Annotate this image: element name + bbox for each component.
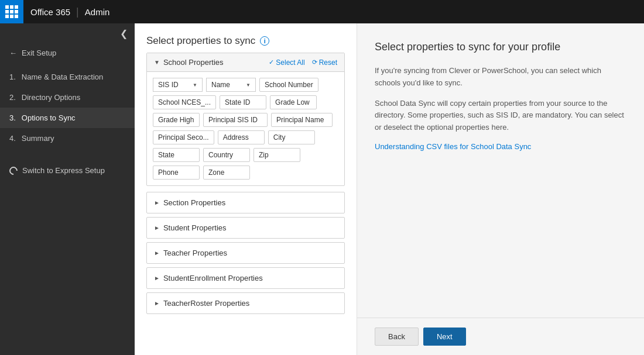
prop-principal-sis-id[interactable]: Principal SIS ID <box>203 113 268 127</box>
prop-city-label: City <box>273 133 286 142</box>
right-paragraph-1: If you're syncing from Clever or PowerSc… <box>375 65 626 89</box>
waffle-button[interactable] <box>0 0 23 23</box>
sidebar-item-summary[interactable]: 4. Summary <box>0 128 135 149</box>
prop-country[interactable]: Country <box>203 148 250 162</box>
cycle-icon: ⟳ <box>312 58 317 66</box>
teacher-properties-header[interactable]: ► Teacher Properties <box>147 243 344 263</box>
left-panel: Select properties to sync i ▼ School Pro… <box>135 23 357 355</box>
waffle-grid-icon <box>5 5 18 18</box>
chevron-right-icon-2: ► <box>154 225 160 231</box>
checkmark-icon: ✓ <box>269 58 274 66</box>
prop-school-nces[interactable]: School NCES_... <box>153 95 216 109</box>
sidebar-item-label-3: Options to Sync <box>22 113 76 122</box>
prop-phone-label: Phone <box>158 168 179 177</box>
prop-state-id-label: State ID <box>225 98 250 106</box>
prop-zip[interactable]: Zip <box>254 148 300 162</box>
right-panel: Select properties to sync for your profi… <box>357 23 644 355</box>
back-arrow-icon: ← <box>9 49 17 57</box>
section-header-left: ▼ School Properties <box>154 58 224 67</box>
prop-address[interactable]: Address <box>218 130 265 144</box>
prop-principal-name-label: Principal Name <box>276 116 324 124</box>
school-properties-header[interactable]: ▼ School Properties ✓ Select All ⟳ Reset <box>147 53 344 72</box>
right-panel-title: Select properties to sync for your profi… <box>375 41 626 53</box>
prop-school-number[interactable]: School Number <box>259 78 318 92</box>
reset-label: Reset <box>319 58 337 67</box>
back-button[interactable]: Back <box>375 328 419 346</box>
sidebar-toggle-area: ❮ <box>0 23 135 44</box>
right-footer: Back Next <box>357 318 644 355</box>
student-enrollment-properties-label: StudentEnrollment Properties <box>163 274 263 282</box>
dropdown-arrow-icon: ▼ <box>193 82 197 88</box>
chevron-right-icon-4: ► <box>154 275 160 281</box>
select-all-button[interactable]: ✓ Select All <box>269 58 304 67</box>
prop-state-label: State <box>158 151 174 159</box>
teacher-roster-properties-header[interactable]: ► TeacherRoster Properties <box>147 293 344 313</box>
teacher-roster-properties-section: ► TeacherRoster Properties <box>146 292 345 314</box>
teacher-properties-label: Teacher Properties <box>163 249 227 257</box>
prop-grade-high[interactable]: Grade High <box>153 113 200 127</box>
sidebar-item-label-2: Directory Options <box>22 93 80 102</box>
prop-principal-seco[interactable]: Principal Seco... <box>153 130 214 144</box>
prop-state[interactable]: State <box>153 148 200 162</box>
info-icon[interactable]: i <box>260 36 269 46</box>
next-button[interactable]: Next <box>423 328 466 346</box>
prop-grade-low-label: Grade Low <box>275 98 310 106</box>
reset-button[interactable]: ⟳ Reset <box>312 58 337 67</box>
item-num-2: 2. <box>9 93 16 102</box>
switch-to-express-label: Switch to Express Setup <box>22 166 105 175</box>
school-properties-section: ▼ School Properties ✓ Select All ⟳ Reset <box>146 53 345 186</box>
topbar-section: Admin <box>85 7 110 17</box>
teacher-roster-properties-label: TeacherRoster Properties <box>163 299 249 308</box>
student-properties-label: Student Properties <box>163 223 227 232</box>
prop-name-label: Name <box>211 81 230 89</box>
sidebar-nav: 1. Name & Data Extraction 2. Directory O… <box>0 67 135 149</box>
prop-grade-high-label: Grade High <box>158 116 194 124</box>
prop-phone[interactable]: Phone <box>153 166 200 180</box>
topbar-divider: | <box>76 6 79 18</box>
chevron-right-icon-5: ► <box>154 300 160 306</box>
select-all-label: Select All <box>276 58 304 67</box>
prop-principal-seco-label: Principal Seco... <box>158 133 209 142</box>
switch-to-express-button[interactable]: Switch to Express Setup <box>0 160 135 181</box>
student-properties-header[interactable]: ► Student Properties <box>147 218 344 238</box>
student-properties-section: ► Student Properties <box>146 217 345 239</box>
item-num-4: 4. <box>9 134 16 143</box>
csv-files-link[interactable]: Understanding CSV files for School Data … <box>375 142 531 151</box>
panel-title: Select properties to sync <box>146 35 255 47</box>
prop-grade-low[interactable]: Grade Low <box>270 95 317 109</box>
sidebar-item-directory-options[interactable]: 2. Directory Options <box>0 87 135 108</box>
student-enrollment-properties-section: ► StudentEnrollment Properties <box>146 267 345 289</box>
content-area: Select properties to sync i ▼ School Pro… <box>135 23 644 355</box>
sidebar-collapse-button[interactable]: ❮ <box>120 28 128 39</box>
teacher-properties-section: ► Teacher Properties <box>146 242 345 264</box>
properties-grid: SIS ID ▼ Name ▼ School Number School NCE… <box>147 72 344 185</box>
prop-school-nces-label: School NCES_... <box>158 98 211 106</box>
school-properties-label: School Properties <box>163 58 224 67</box>
prop-zip-label: Zip <box>259 151 269 159</box>
prop-sis-id-label: SIS ID <box>158 81 179 89</box>
exit-setup-button[interactable]: ← Exit Setup <box>0 44 135 67</box>
prop-school-number-label: School Number <box>265 81 313 89</box>
sidebar-item-options-to-sync[interactable]: 3. Options to Sync <box>0 108 135 128</box>
sidebar-item-label-1: Name & Data Extraction <box>22 73 103 81</box>
chevron-right-icon-1: ► <box>154 199 160 206</box>
prop-zone[interactable]: Zone <box>203 166 250 180</box>
prop-state-id[interactable]: State ID <box>220 95 266 109</box>
exit-setup-label: Exit Setup <box>22 49 56 57</box>
prop-address-label: Address <box>223 133 249 142</box>
section-properties-header[interactable]: ► Section Properties <box>147 192 344 213</box>
section-properties-section: ► Section Properties <box>146 192 345 213</box>
sidebar-item-name-data-extraction[interactable]: 1. Name & Data Extraction <box>0 67 135 87</box>
right-content: Select properties to sync for your profi… <box>357 23 644 318</box>
prop-name[interactable]: Name ▼ <box>206 78 256 92</box>
main-layout: ❮ ← Exit Setup 1. Name & Data Extraction… <box>0 23 644 355</box>
student-enrollment-properties-header[interactable]: ► StudentEnrollment Properties <box>147 268 344 288</box>
prop-principal-name[interactable]: Principal Name <box>271 113 333 127</box>
section-actions: ✓ Select All ⟳ Reset <box>269 58 337 67</box>
prop-city[interactable]: City <box>268 130 315 144</box>
prop-principal-sis-id-label: Principal SIS ID <box>208 116 258 124</box>
prop-sis-id[interactable]: SIS ID ▼ <box>153 78 203 92</box>
prop-zone-label: Zone <box>208 168 224 177</box>
topbar: Office 365 | Admin <box>0 0 644 23</box>
sidebar: ❮ ← Exit Setup 1. Name & Data Extraction… <box>0 23 135 355</box>
